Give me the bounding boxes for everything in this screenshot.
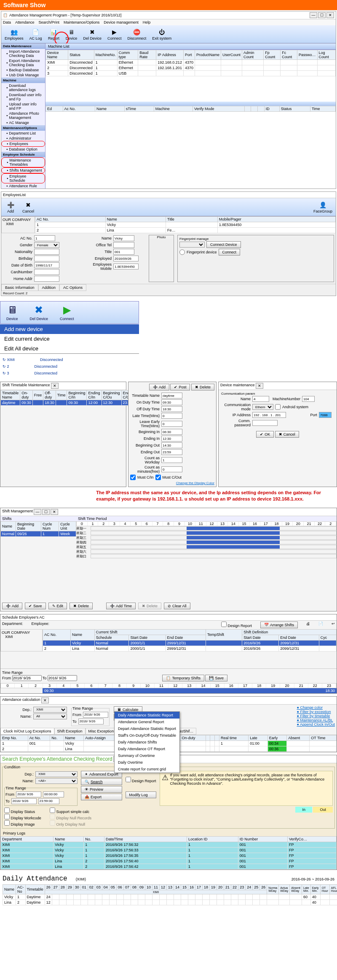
display-workcode-checkbox[interactable] xyxy=(4,814,10,819)
search-from-date[interactable] xyxy=(16,792,41,797)
mlcol[interactable]: Status xyxy=(68,50,94,60)
search-button[interactable]: 🔍 Search xyxy=(81,778,122,785)
devmaint-ok-button[interactable]: ✔ OK xyxy=(256,431,274,438)
search-to-date[interactable] xyxy=(11,798,37,804)
sm-delete-button[interactable]: ✖ Delete xyxy=(70,603,93,609)
sideitem-backup-database[interactable]: ▪Backup Database xyxy=(1,67,45,73)
mlcol[interactable]: Log Count xyxy=(317,50,335,60)
shift-add-button[interactable]: ➕Add xyxy=(149,384,169,390)
calc-from-input[interactable] xyxy=(83,712,108,718)
menu-add-new-device[interactable]: Add new device xyxy=(0,324,139,334)
begin-input[interactable] xyxy=(161,429,182,435)
shiftmgmt-close-button[interactable]: ✕ xyxy=(51,509,58,515)
nationality-input[interactable] xyxy=(34,249,59,255)
facegroup-button[interactable]: 👤FaceGroup xyxy=(311,200,335,214)
devmaint-cancel-button[interactable]: ✖ Cancel xyxy=(275,431,299,438)
mlcol[interactable]: IP Address xyxy=(156,50,184,60)
begout-input[interactable] xyxy=(161,442,182,448)
menu-help[interactable]: Help xyxy=(143,20,151,24)
company-tree-root[interactable]: OUR COMPANY xyxy=(3,218,34,222)
sched-row[interactable]: 2LinaNormal2000/1/12999/12/312016/9/2620… xyxy=(43,646,337,651)
search-row[interactable]: XIMIVicky12016/9/26 17:56:331001FP xyxy=(1,847,337,853)
sm-add-button[interactable]: ➕ Add xyxy=(2,603,22,609)
title-input[interactable] xyxy=(113,249,134,255)
mlcol[interactable]: Fp Count xyxy=(264,50,281,60)
doc-icon[interactable]: 📄 xyxy=(318,622,323,628)
emp-row[interactable]: 2LinaFe… xyxy=(35,228,336,233)
report-menu-item[interactable]: Daily Attendance OT Report xyxy=(115,746,179,752)
tab-basicinfo[interactable]: Basic Information xyxy=(1,284,38,291)
shift-close-button[interactable]: ✕ xyxy=(51,383,59,389)
cardnum-input[interactable] xyxy=(34,269,59,275)
sideitem-attendance-rule[interactable]: ▪Attendance Rule xyxy=(1,183,45,188)
sideitem-usb-disk-manage[interactable]: ▪Usb Disk Manage xyxy=(1,73,45,78)
leaveearly-input[interactable] xyxy=(161,421,182,427)
homeaddr-input[interactable] xyxy=(34,276,59,282)
officetel-input[interactable] xyxy=(113,242,134,248)
report-menu-item[interactable]: Daily Overtime xyxy=(115,759,179,766)
ip-input[interactable] xyxy=(252,412,286,418)
search-name-select[interactable]: <All> xyxy=(35,778,78,784)
change-color-link[interactable]: Change the Display Color xyxy=(176,481,214,485)
sm-row[interactable]: Normal09/261Week xyxy=(1,531,76,536)
sideitem-maintenance-timetables[interactable]: ▪Maintenance Timetables xyxy=(1,157,45,167)
menu-data[interactable]: Data xyxy=(3,20,11,24)
sideitem-attendance-photo-management[interactable]: ▪Attendance Photo Management xyxy=(1,111,45,120)
mlcol[interactable]: Passwo… xyxy=(297,50,318,60)
preview-button[interactable]: 👁 Preview xyxy=(81,786,122,793)
gender-select[interactable]: Female xyxy=(34,242,59,248)
sideitem-shifts-management[interactable]: ▪Shifts Management xyxy=(1,167,45,173)
ml-row[interactable]: XIMIDisconnected1Ethernet192.168.0.21243… xyxy=(46,60,336,65)
sideitem-import-attendance-checking-data[interactable]: ▪Import Attendance Checking Data xyxy=(1,49,45,58)
menu-maintopt[interactable]: Maintenance/Options xyxy=(64,20,99,24)
connect-bigbutton[interactable]: ▶Connect xyxy=(54,302,80,323)
devmaint-close-button[interactable]: ✕ xyxy=(256,383,263,389)
add-employee-button[interactable]: ➕Add xyxy=(2,200,19,214)
search-row[interactable]: XIMILina22016/9/26 17:56:401001FP xyxy=(1,858,337,864)
tb-connect[interactable]: ▶Connect xyxy=(105,27,124,41)
cancel-employee-button[interactable]: ✖Cancel xyxy=(20,200,37,214)
design-report-checkbox[interactable] xyxy=(221,622,227,627)
exit-icon[interactable]: ↩ xyxy=(332,622,335,628)
report-menu-item[interactable]: Attendance General Report xyxy=(115,719,179,725)
name-input[interactable] xyxy=(113,235,134,241)
android-checkbox[interactable] xyxy=(275,404,281,410)
sched-from-input[interactable] xyxy=(12,675,42,681)
tab-addition[interactable]: Addition xyxy=(38,284,60,291)
mlcol[interactable]: Fc Count xyxy=(281,50,297,60)
sm-edit-button[interactable]: ✎ Edit xyxy=(48,603,67,609)
endout-input[interactable] xyxy=(161,449,182,455)
calc-to-input[interactable] xyxy=(78,719,104,724)
report-menu-item[interactable]: Staff's On-Duty/Off-Duty Timetable xyxy=(115,732,179,739)
search-from-time[interactable] xyxy=(43,792,64,797)
calc-dep-select[interactable]: XIMI xyxy=(33,707,67,713)
maximize-button[interactable]: ☐ xyxy=(318,12,326,18)
menu-edit-all-device[interactable]: Edit All device xyxy=(0,344,139,354)
shift-delete-button[interactable]: ✖Delete xyxy=(191,384,214,390)
primary-logs-tab[interactable]: Primary Logs xyxy=(0,830,337,836)
mlcol[interactable]: Port xyxy=(183,50,195,60)
search-to-time[interactable] xyxy=(38,798,59,804)
dob-input[interactable] xyxy=(34,262,59,268)
sideitem-export-attendance-checking-data[interactable]: ▪Export Attendance Checking Data xyxy=(1,58,45,67)
search-row[interactable]: XIMIVicky12016/9/26 17:56:321001FP xyxy=(1,842,337,847)
emp-row[interactable]: 1Vicky1.8E5394450 xyxy=(35,222,336,228)
sideitem-download-user-info-and-fp[interactable]: ▪Download user info and Fp xyxy=(1,92,45,102)
sideitem-ac-manage[interactable]: ▪AC Manage xyxy=(1,120,45,125)
sideitem-database-option[interactable]: ▪Database Option xyxy=(1,147,45,152)
tb-ac-log[interactable]: 📄AC Log xyxy=(27,27,45,41)
sideitem-employee-schedule[interactable]: ▪Employee Schedule xyxy=(1,173,45,183)
tname-input[interactable] xyxy=(161,393,182,398)
fp-select[interactable] xyxy=(179,242,205,248)
right-link[interactable]: ● Filter by exception xyxy=(297,710,331,714)
report-menu-item[interactable]: Depart Attendance Statistic Report xyxy=(115,725,179,732)
sched-to-input[interactable] xyxy=(48,675,77,681)
print-icon[interactable]: 🖨 xyxy=(306,622,310,628)
display-status-checkbox[interactable] xyxy=(4,808,10,813)
machnum-input[interactable] xyxy=(302,396,315,402)
calc-tab[interactable]: Misc Exception xyxy=(86,728,117,735)
birthday-input[interactable] xyxy=(34,256,59,261)
sm-addtime-button[interactable]: ➕ Add Time xyxy=(106,603,136,609)
tb-disconnect[interactable]: ⛔Disconnect xyxy=(125,27,149,41)
mlcol[interactable]: Admin Count xyxy=(242,50,263,60)
